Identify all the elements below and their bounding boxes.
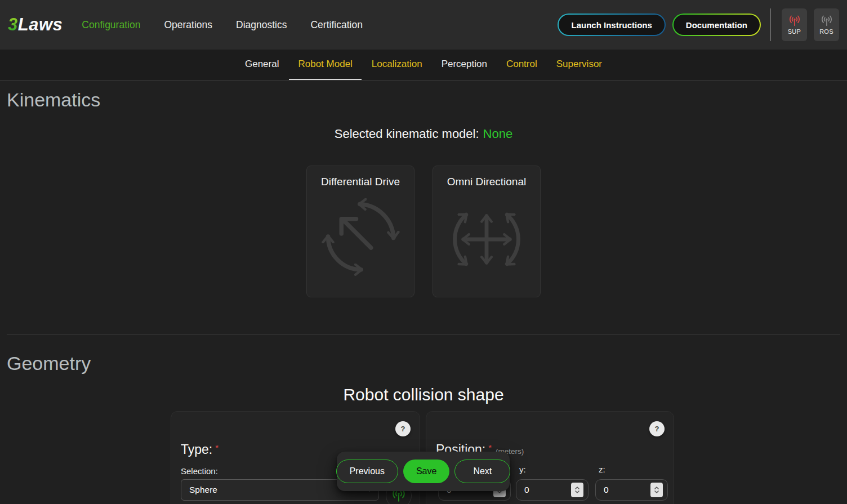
position-z-label: z: bbox=[599, 465, 605, 474]
position-help-button[interactable]: ? bbox=[649, 421, 665, 436]
logo-laws: Laws bbox=[18, 15, 63, 34]
sup-status-indicator[interactable]: SUP bbox=[782, 8, 807, 41]
position-y-value: 0 bbox=[524, 485, 529, 495]
tab-control[interactable]: Control bbox=[497, 50, 546, 80]
sup-label: SUP bbox=[788, 28, 801, 35]
broadcast-icon bbox=[821, 15, 833, 26]
tab-localization[interactable]: Localization bbox=[363, 50, 431, 80]
selected-kinematic-label: Selected kinematic model: bbox=[335, 127, 479, 141]
tab-supervisor[interactable]: Supervisor bbox=[547, 50, 611, 80]
position-y-label: y: bbox=[519, 465, 526, 474]
position-z-field: z: 0 bbox=[595, 479, 668, 501]
stepper-chevrons-icon bbox=[574, 485, 580, 494]
launch-instructions-label: Launch Instructions bbox=[559, 15, 664, 35]
type-title: Type:* bbox=[181, 442, 219, 457]
nav-diagnostics[interactable]: Diagnostics bbox=[236, 19, 287, 31]
selected-kinematic-model: Selected kinematic model:None bbox=[0, 127, 847, 141]
omni-directional-icon bbox=[444, 197, 529, 282]
previous-button[interactable]: Previous bbox=[336, 460, 398, 483]
position-y-input[interactable]: 0 bbox=[516, 479, 589, 501]
section-divider bbox=[7, 334, 840, 334]
broadcast-icon bbox=[788, 15, 801, 26]
tab-general[interactable]: General bbox=[236, 50, 288, 80]
required-marker: * bbox=[215, 443, 219, 452]
omni-directional-card[interactable]: Omni Directional bbox=[433, 166, 541, 297]
differential-drive-card[interactable]: Differential Drive bbox=[306, 166, 414, 297]
selected-kinematic-value: None bbox=[483, 127, 513, 141]
nav-configuration[interactable]: Configuration bbox=[82, 19, 140, 31]
shape-type-value: Sphere bbox=[189, 485, 217, 495]
type-help-button[interactable]: ? bbox=[395, 421, 411, 436]
ros-status-indicator[interactable]: ROS bbox=[814, 8, 839, 41]
tab-perception[interactable]: Perception bbox=[433, 50, 496, 80]
next-button[interactable]: Next bbox=[454, 460, 510, 483]
position-y-field: y: 0 bbox=[516, 479, 589, 501]
main-nav: Configuration Operations Diagnostics Cer… bbox=[82, 19, 363, 31]
top-header: 3Laws Configuration Operations Diagnosti… bbox=[0, 0, 847, 50]
kinematic-model-cards: Differential Drive Omni Directional bbox=[0, 166, 847, 297]
required-marker: * bbox=[488, 443, 492, 452]
app-root: 3Laws Configuration Operations Diagnosti… bbox=[0, 0, 847, 504]
kinematics-heading: Kinematics bbox=[7, 89, 100, 111]
collision-shape-title: Robot collision shape bbox=[0, 385, 847, 404]
3laws-logo[interactable]: 3Laws bbox=[8, 15, 63, 35]
logo-3: 3 bbox=[8, 15, 18, 34]
geometry-heading: Geometry bbox=[7, 353, 91, 374]
stepper-chevrons-icon bbox=[654, 485, 659, 494]
config-subnav: General Robot Model Localization Percept… bbox=[0, 50, 847, 81]
header-actions: Launch Instructions Documentation SUP bbox=[558, 8, 839, 41]
stepper-buttons[interactable] bbox=[650, 483, 663, 497]
nav-operations[interactable]: Operations bbox=[164, 19, 212, 31]
omni-directional-title: Omni Directional bbox=[433, 176, 540, 188]
ros-label: ROS bbox=[819, 28, 833, 35]
stepper-buttons[interactable] bbox=[571, 483, 583, 497]
header-divider bbox=[770, 8, 770, 41]
nav-certification[interactable]: Certification bbox=[310, 19, 362, 31]
position-z-value: 0 bbox=[604, 485, 609, 495]
wizard-toolbar: Previous Save Next bbox=[337, 452, 510, 491]
launch-instructions-button[interactable]: Launch Instructions bbox=[558, 14, 665, 36]
differential-drive-icon bbox=[318, 197, 403, 282]
documentation-label: Documentation bbox=[674, 15, 760, 35]
documentation-button[interactable]: Documentation bbox=[672, 14, 761, 36]
save-button[interactable]: Save bbox=[403, 460, 449, 483]
tab-robot-model[interactable]: Robot Model bbox=[289, 50, 361, 80]
position-z-input[interactable]: 0 bbox=[595, 479, 668, 501]
selection-label: Selection: bbox=[181, 466, 218, 476]
differential-drive-title: Differential Drive bbox=[307, 176, 414, 188]
